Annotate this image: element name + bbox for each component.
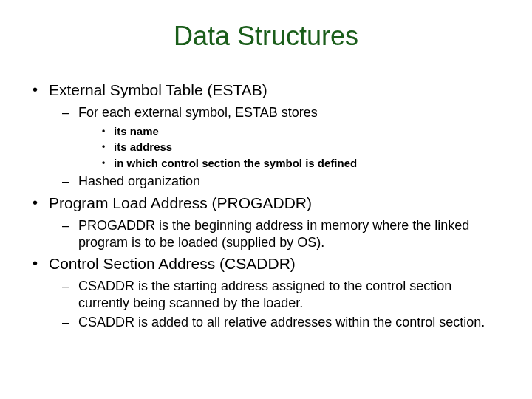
bullet-list-level3: its name its address in which control se… xyxy=(78,124,502,171)
list-item: CSADDR is the starting address assigned … xyxy=(49,278,502,311)
list-item: in which control section the symbol is d… xyxy=(78,156,502,171)
item-label: Control Section Address (CSADDR) xyxy=(49,255,296,272)
item-label: For each external symbol, ESTAB stores xyxy=(78,105,318,120)
list-item: Hashed organization xyxy=(49,173,502,190)
list-item: For each external symbol, ESTAB stores i… xyxy=(49,104,502,170)
item-label: External Symbol Table (ESTAB) xyxy=(49,81,267,98)
item-label: its name xyxy=(114,125,159,137)
bullet-list-level2: PROGADDR is the beginning address in mem… xyxy=(49,217,502,250)
list-item: CSADDR is added to all relative addresse… xyxy=(49,314,502,331)
list-item: its address xyxy=(78,140,502,154)
item-label: in which control section the symbol is d… xyxy=(114,157,357,169)
item-label: CSADDR is the starting address assigned … xyxy=(78,279,451,310)
list-item: PROGADDR is the beginning address in mem… xyxy=(49,217,502,250)
bullet-list-level2: CSADDR is the starting address assigned … xyxy=(49,278,502,331)
item-label: its address xyxy=(114,140,172,153)
slide-title: Data Structures xyxy=(30,21,502,52)
item-label: PROGADDR is the beginning address in mem… xyxy=(78,218,469,250)
item-label: CSADDR is added to all relative addresse… xyxy=(78,315,485,330)
bullet-list-level1: External Symbol Table (ESTAB) For each e… xyxy=(30,80,502,331)
item-label: Program Load Address (PROGADDR) xyxy=(49,194,312,211)
item-label: Hashed organization xyxy=(78,174,200,188)
bullet-list-level2: For each external symbol, ESTAB stores i… xyxy=(49,104,502,190)
list-item: its name xyxy=(78,124,502,139)
list-item: Control Section Address (CSADDR) CSADDR … xyxy=(30,253,502,331)
list-item: Program Load Address (PROGADDR) PROGADDR… xyxy=(30,193,502,250)
list-item: External Symbol Table (ESTAB) For each e… xyxy=(30,80,502,190)
